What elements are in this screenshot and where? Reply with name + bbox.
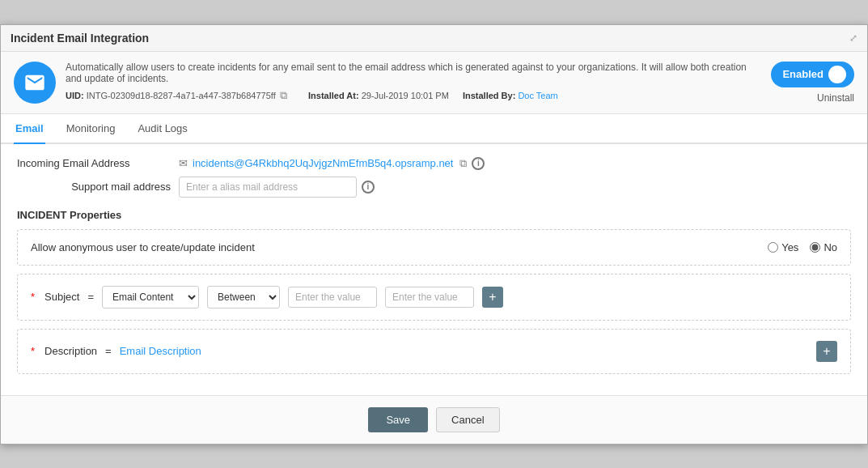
subject-add-button[interactable]: +	[482, 287, 503, 308]
subject-label: Subject	[44, 291, 79, 303]
subject-condition-dropdown[interactable]: Between	[207, 286, 280, 308]
copy-uid-icon[interactable]: ⧉	[280, 89, 287, 101]
incident-email-integration-modal: Incident Email Integration ⤢ Automatical…	[0, 24, 868, 445]
uninstall-link[interactable]: Uninstall	[817, 92, 854, 104]
anonymous-radio-group: Yes No	[768, 241, 837, 253]
subject-value1-input[interactable]	[288, 287, 377, 308]
info-bar: Automatically allow users to create inci…	[1, 52, 867, 114]
description-required-star: *	[31, 345, 35, 357]
modal-header: Incident Email Integration ⤢	[1, 25, 867, 52]
anonymous-user-label: Allow anonymous user to create/update in…	[31, 241, 768, 253]
subject-value2-input[interactable]	[385, 287, 474, 308]
modal-footer: Save Cancel	[1, 395, 867, 444]
radio-yes[interactable]: Yes	[768, 241, 798, 253]
incoming-email-address: incidents@G4Rkbhq2UqJvjgzNmEfmB5q4.opsra…	[193, 157, 453, 169]
modal-title: Incident Email Integration	[11, 32, 149, 45]
anonymous-user-box: Allow anonymous user to create/update in…	[17, 229, 851, 266]
info-icon-email[interactable]: i	[472, 157, 485, 170]
tab-email[interactable]: Email	[14, 114, 45, 144]
envelope-icon	[23, 71, 46, 94]
description-value: Email Description	[120, 345, 201, 357]
toggle-area: Enabled Uninstall	[771, 62, 854, 104]
description-add-button[interactable]: +	[816, 341, 837, 362]
tabs-bar: Email Monitoring Audit Logs	[1, 114, 867, 144]
support-mail-section: Support mail address i	[17, 177, 851, 198]
radio-no-input[interactable]	[810, 242, 820, 253]
description-box: * Description = Email Description +	[17, 329, 851, 374]
support-mail-label: Support mail address	[17, 181, 179, 193]
save-button[interactable]: Save	[368, 407, 428, 432]
incoming-email-row: Incoming Email Address ✉ incidents@G4Rkb…	[17, 157, 851, 170]
enabled-toggle[interactable]: Enabled	[771, 62, 854, 87]
incoming-email-value: ✉ incidents@G4Rkbhq2UqJvjgzNmEfmB5q4.ops…	[179, 157, 485, 170]
resize-icon[interactable]: ⤢	[849, 32, 857, 44]
subject-equals: =	[87, 291, 94, 303]
toggle-circle	[828, 66, 846, 83]
envelope-small-icon: ✉	[179, 157, 188, 169]
incoming-email-label: Incoming Email Address	[17, 157, 179, 169]
email-icon-circle	[14, 62, 56, 104]
subject-required-star: *	[31, 291, 35, 303]
description-label: Description	[44, 345, 97, 357]
radio-no[interactable]: No	[810, 241, 837, 253]
uid-line: UID: INTG-02309d18-8287-4a71-a447-387b68…	[66, 89, 761, 102]
description-equals: =	[105, 345, 112, 357]
incident-properties-title: INCIDENT Properties	[17, 209, 851, 221]
info-description: Automatically allow users to create inci…	[66, 62, 761, 102]
copy-email-icon[interactable]: ⧉	[459, 157, 467, 170]
tab-monitoring[interactable]: Monitoring	[65, 114, 117, 144]
subject-content-dropdown[interactable]: Email Content	[102, 286, 199, 308]
radio-yes-input[interactable]	[768, 242, 778, 253]
tab-content: Incoming Email Address ✉ incidents@G4Rkb…	[1, 144, 867, 395]
cancel-button[interactable]: Cancel	[436, 407, 499, 432]
support-mail-input[interactable]	[179, 177, 357, 198]
info-icon-support[interactable]: i	[362, 181, 375, 194]
subject-box: * Subject = Email Content Between +	[17, 274, 851, 321]
tab-audit-logs[interactable]: Audit Logs	[136, 114, 188, 144]
